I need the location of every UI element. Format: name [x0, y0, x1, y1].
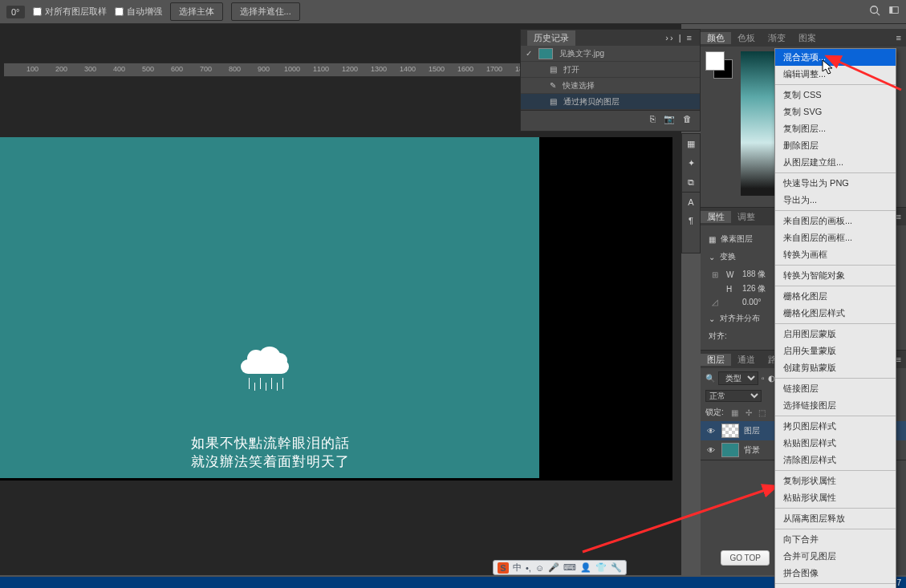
height-value[interactable]: 126 像 [742, 283, 774, 294]
context-menu-item[interactable]: 链接图层 [775, 380, 896, 397]
angle-icon: ◿ [709, 298, 721, 306]
history-tab[interactable]: 历史记录 [527, 30, 575, 46]
context-menu-item[interactable]: 栅格化图层样式 [775, 305, 896, 322]
collapsed-dock: ▦ ✦ ⧉ A ¶ [681, 133, 701, 253]
context-menu-item[interactable]: 向下合并 [775, 531, 896, 548]
new-doc-from-state-icon[interactable]: ⎘ [650, 114, 656, 124]
panel-menu-icon[interactable]: ≡ [892, 33, 906, 43]
context-menu-item[interactable]: 从隔离图层释放 [775, 510, 896, 527]
snapshot-icon[interactable]: 📷 [664, 114, 675, 124]
context-menu-item[interactable]: 来自图层的画板... [775, 213, 896, 229]
ime-skin-icon[interactable]: 👕 [595, 562, 607, 573]
ime-voice-icon[interactable]: 🎤 [548, 562, 559, 573]
quickselect-icon: ✎ [550, 81, 556, 90]
tab-color[interactable]: 颜色 [701, 32, 731, 44]
blend-mode-select[interactable]: 正常 [705, 390, 762, 402]
select-and-mask-button[interactable]: 选择并遮住... [231, 2, 300, 21]
context-menu-item[interactable]: 复制 CSS [775, 87, 896, 103]
context-menu-item[interactable]: 创建剪贴蒙版 [775, 359, 896, 376]
swatches-icon[interactable]: ⧉ [682, 172, 700, 192]
context-menu-item[interactable]: 合并可见图层 [775, 548, 896, 565]
ime-user-icon[interactable]: 👤 [580, 562, 591, 573]
tab-channels[interactable]: 通道 [731, 354, 762, 366]
dock-icon[interactable]: ▦ [682, 134, 700, 153]
context-menu-item[interactable]: 复制 SVG [775, 103, 896, 120]
history-panel: 历史记录 ›› | ≡ ✓ 见换文字.jpg ▤打开 ✎快速选择 ▤通过拷贝的图… [520, 29, 701, 132]
canvas-background: 如果不快點流幹眼泪的話 就沒辦法笑着面對明天了 [0, 137, 672, 481]
context-menu-item[interactable]: 启用矢量蒙版 [775, 343, 896, 359]
visibility-toggle[interactable]: 👁 [705, 446, 717, 455]
history-step[interactable]: ▤打开 [521, 62, 700, 78]
filter-image-icon[interactable]: ▫ [762, 374, 765, 383]
context-menu-item[interactable]: 快速导出为 PNG [775, 175, 896, 192]
tab-patterns[interactable]: 图案 [792, 32, 823, 44]
ime-tool-icon[interactable]: 🔧 [611, 562, 622, 573]
context-menu-item[interactable]: 栅格化图层 [775, 288, 896, 305]
sogou-icon[interactable]: S [498, 562, 509, 574]
context-menu-item[interactable]: 编辑调整... [775, 66, 896, 83]
sample-all-layers-checkbox[interactable]: 对所有图层取样 [33, 6, 107, 18]
chevron-down-icon: ⌄ [709, 314, 715, 323]
angle-input[interactable]: 0° [6, 6, 25, 18]
tab-properties[interactable]: 属性 [701, 211, 731, 223]
layer-thumbnail[interactable] [721, 424, 739, 438]
context-menu-item[interactable]: 转换为智能对象 [775, 267, 896, 284]
search-icon: 🔍 [705, 374, 715, 383]
chevron-down-icon: ⌄ [709, 253, 715, 262]
windows-taskbar: 15:57 [0, 577, 906, 588]
lock-position-icon[interactable]: ✢ [746, 408, 752, 417]
context-menu-item[interactable]: 复制图层... [775, 120, 896, 137]
layer-filter-kind[interactable]: 类型 [718, 371, 758, 385]
search-icon[interactable] [869, 5, 880, 18]
context-menu-item[interactable]: 复制形状属性 [775, 472, 896, 489]
angle-value[interactable]: 0.00° [742, 298, 774, 306]
ime-emoji-icon[interactable]: ☺ [535, 563, 544, 573]
width-value[interactable]: 188 像 [742, 269, 774, 280]
character-icon[interactable]: A [682, 192, 700, 211]
screen-mode-icon[interactable] [888, 5, 900, 18]
tab-layers[interactable]: 图层 [701, 354, 731, 366]
ime-keyboard-icon[interactable]: ⌨ [563, 562, 576, 573]
tab-gradients[interactable]: 渐变 [762, 32, 792, 44]
context-menu-item[interactable]: 转换为画框 [775, 246, 896, 263]
layer-type-label: 像素图层 [721, 233, 753, 245]
visibility-toggle[interactable]: 👁 [705, 427, 717, 436]
ime-lang-icon[interactable]: 中 [513, 562, 522, 574]
ime-toolbar[interactable]: S 中 •, ☺ 🎤 ⌨ 👤 👕 🔧 [493, 560, 627, 575]
context-menu-item[interactable]: 粘贴图层样式 [775, 435, 896, 452]
history-step[interactable]: ✎快速选择 [521, 78, 700, 94]
context-menu-item[interactable]: 导出为... [775, 192, 896, 209]
layer-thumbnail[interactable] [721, 443, 739, 457]
brush-settings-icon[interactable]: ✦ [682, 153, 700, 172]
context-menu-item[interactable]: 拷贝图层样式 [775, 418, 896, 435]
fg-color-swatch[interactable] [705, 51, 725, 71]
lock-artboard-icon[interactable]: ⬚ [758, 408, 766, 417]
auto-enhance-checkbox[interactable]: 自动增强 [115, 6, 162, 18]
context-menu-item[interactable]: 粘贴形状属性 [775, 489, 896, 506]
trash-icon[interactable]: 🗑 [683, 114, 692, 124]
lock-pixels-icon[interactable]: ▦ [731, 408, 738, 417]
context-menu-item[interactable]: 混合选项... [775, 49, 896, 66]
history-source[interactable]: ✓ 见换文字.jpg [521, 46, 700, 62]
context-menu-item[interactable]: 清除图层样式 [775, 452, 896, 468]
layer-name[interactable]: 背景 [744, 444, 760, 456]
go-top-button[interactable]: GO TOP [721, 550, 770, 566]
tab-adjustments[interactable]: 调整 [731, 211, 762, 223]
layer-name[interactable]: 图层 [744, 425, 760, 436]
paragraph-icon[interactable]: ¶ [682, 211, 700, 230]
panel-menu-icon[interactable]: ›› | ≡ [665, 33, 693, 43]
document-canvas[interactable]: 如果不快點流幹眼泪的話 就沒辦法笑着面對明天了 [0, 137, 539, 478]
context-menu-item[interactable]: 从图层建立组... [775, 154, 896, 171]
context-menu-item[interactable]: 启用图层蒙版 [775, 326, 896, 343]
history-step[interactable]: ▤通过拷贝的图层 [521, 94, 700, 110]
context-menu-item[interactable]: 来自图层的画框... [775, 229, 896, 246]
ime-punct-icon[interactable]: •, [526, 563, 531, 573]
context-menu-item[interactable]: 删除图层 [775, 137, 896, 154]
svg-line-1 [877, 13, 880, 16]
select-subject-button[interactable]: 选择主体 [170, 2, 223, 21]
context-menu-item[interactable]: 选择链接图层 [775, 397, 896, 414]
tab-swatches[interactable]: 色板 [731, 32, 762, 44]
context-menu-item[interactable]: 拼合图像 [775, 565, 896, 582]
cloud-graphic [241, 346, 289, 374]
layer-icon: ▤ [550, 97, 557, 106]
